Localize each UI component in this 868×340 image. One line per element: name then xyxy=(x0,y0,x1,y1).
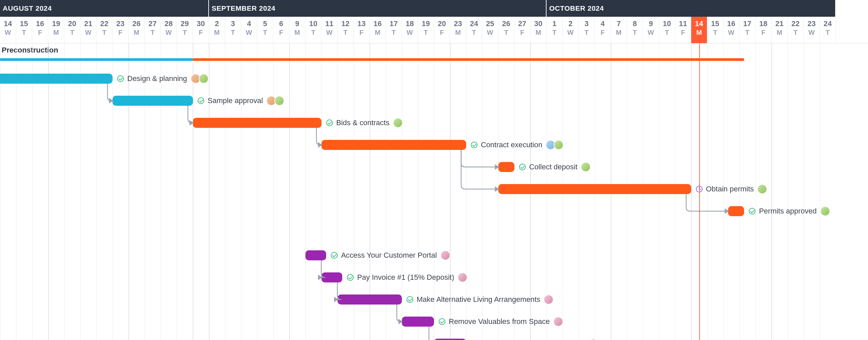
day-header: 16W xyxy=(723,17,739,43)
task-name: Remove Valuables from Space xyxy=(449,317,550,326)
task-bar[interactable] xyxy=(193,118,321,128)
day-header: 17T xyxy=(386,17,402,43)
task-name: Make Alternative Living Arrangements xyxy=(416,295,540,304)
task-label[interactable]: Remove Valuables from Space xyxy=(439,316,563,327)
check-icon xyxy=(347,274,353,281)
assignee-avatars xyxy=(458,272,467,282)
check-icon xyxy=(407,296,413,303)
assignee-avatars xyxy=(393,118,403,128)
day-header: 27F xyxy=(515,17,530,43)
day-header: 8T xyxy=(627,17,643,43)
task-label[interactable]: Access Your Customer Portal xyxy=(331,250,450,260)
check-icon xyxy=(331,252,338,259)
task-bar[interactable] xyxy=(0,74,113,84)
day-header: 7M xyxy=(611,17,627,43)
task-bar[interactable] xyxy=(113,96,193,106)
task-bar[interactable] xyxy=(402,316,434,327)
avatar[interactable] xyxy=(554,140,564,150)
day-header: 16F xyxy=(32,17,48,43)
day-header: 20F xyxy=(434,17,450,43)
day-header: 4F xyxy=(595,17,611,43)
day-header: 3T xyxy=(579,17,595,43)
avatar[interactable] xyxy=(458,272,467,282)
avatar[interactable] xyxy=(274,96,284,106)
day-header: 18F xyxy=(755,17,772,43)
day-header: 27T xyxy=(145,17,161,43)
task-bar[interactable] xyxy=(305,250,326,260)
day-header: 2M xyxy=(209,17,225,43)
day-header: 10T xyxy=(659,17,675,43)
task-label[interactable]: Design & planning xyxy=(117,74,209,84)
check-icon xyxy=(326,120,333,126)
section-label: Preconstruction xyxy=(2,46,58,55)
task-label[interactable]: Contract execution xyxy=(471,140,564,150)
day-header: 11W xyxy=(321,17,338,43)
task-bar[interactable] xyxy=(321,140,466,150)
task-name: Contract execution xyxy=(481,141,542,149)
day-header: 20T xyxy=(64,17,81,43)
day-header: 17T xyxy=(739,17,755,43)
task-bar[interactable] xyxy=(728,206,744,216)
avatar[interactable] xyxy=(553,316,563,327)
chart-body[interactable]: Preconstruction Design & planningSample … xyxy=(0,43,868,340)
day-header: 30M xyxy=(530,17,547,43)
day-header: 26T xyxy=(498,17,515,43)
day-header: 2W xyxy=(563,17,579,43)
avatar[interactable] xyxy=(588,339,598,340)
assignee-avatars xyxy=(266,96,284,106)
month-header: SEPTEMBER 2024 xyxy=(209,0,547,17)
task-label[interactable]: Obtain permits xyxy=(696,184,767,194)
avatar[interactable] xyxy=(544,295,554,305)
avatar[interactable] xyxy=(440,250,451,260)
task-label[interactable]: Make Alternative Living Arrangements xyxy=(407,295,554,305)
avatar[interactable] xyxy=(393,118,403,128)
day-header: 21W xyxy=(81,17,96,43)
day-header-row: 14W15T16F19M20T21W22T23F26M27T28W29T30F2… xyxy=(0,17,868,43)
check-icon xyxy=(519,164,526,170)
day-header: 25W xyxy=(482,17,498,43)
check-icon xyxy=(439,318,445,325)
day-header: 21M xyxy=(772,17,787,43)
task-bar[interactable] xyxy=(338,295,402,305)
avatar[interactable] xyxy=(757,184,767,194)
day-header: 24T xyxy=(466,17,482,43)
rollup-bar xyxy=(0,58,193,61)
check-icon xyxy=(197,97,204,104)
task-name: Design & planning xyxy=(127,74,187,83)
task-label[interactable]: Pay Invoice #1 (15% Deposit) xyxy=(347,272,467,282)
task-bar[interactable] xyxy=(498,162,515,172)
assignee-avatars xyxy=(546,140,564,150)
day-header: 26M xyxy=(129,17,145,43)
day-header: 14M xyxy=(691,17,707,43)
day-header: 16M xyxy=(370,17,386,43)
month-header: OCTOBER 2024 xyxy=(547,0,836,17)
check-icon xyxy=(117,75,124,82)
day-header: 9M xyxy=(289,17,305,43)
assignee-avatars xyxy=(440,250,451,260)
task-bar[interactable] xyxy=(498,184,691,194)
day-header: 29T xyxy=(177,17,193,43)
task-label[interactable]: Leave Your Home in Our Hands xyxy=(471,339,598,340)
day-header: 5T xyxy=(257,17,273,43)
avatar[interactable] xyxy=(581,162,591,172)
day-header: 6F xyxy=(273,17,289,43)
task-bar[interactable] xyxy=(434,339,466,340)
day-header: 22T xyxy=(96,17,113,43)
task-name: Collect deposit xyxy=(529,163,577,171)
day-header: 1T xyxy=(547,17,563,43)
task-name: Obtain permits xyxy=(706,185,754,194)
day-header: 10T xyxy=(305,17,321,43)
task-label[interactable]: Sample approval xyxy=(197,96,284,106)
day-header: 22T xyxy=(787,17,804,43)
rollup-bar xyxy=(193,58,744,61)
task-bar[interactable] xyxy=(321,272,342,282)
assignee-avatars xyxy=(757,184,767,194)
check-icon xyxy=(749,208,755,214)
avatar[interactable] xyxy=(198,74,209,84)
task-name: Sample approval xyxy=(208,96,263,105)
task-label[interactable]: Bids & contracts xyxy=(326,118,403,128)
task-label[interactable]: Permits approved xyxy=(749,206,830,216)
day-header: 23M xyxy=(450,17,466,43)
task-label[interactable]: Collect deposit xyxy=(519,162,591,172)
avatar[interactable] xyxy=(820,206,830,216)
